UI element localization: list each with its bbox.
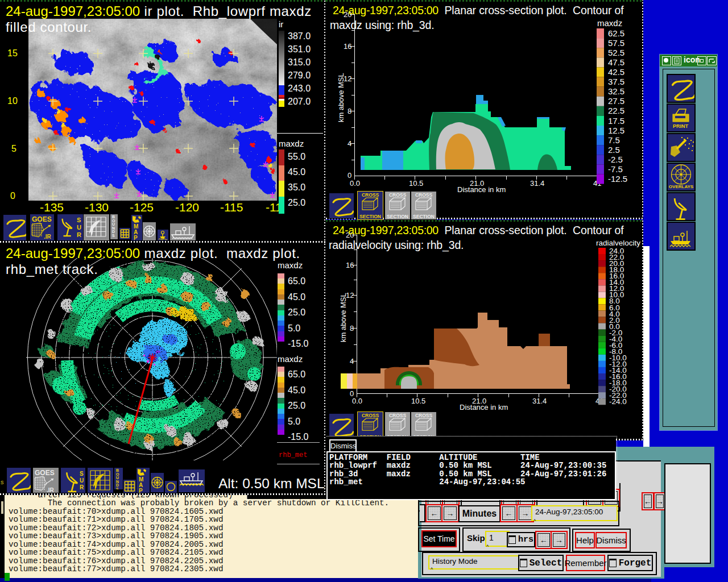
svg-text:Distance in km: Distance in km [460, 403, 508, 411]
svg-text:km above MSL: km above MSL [337, 73, 345, 122]
svg-text:-24.0: -24.0 [609, 397, 627, 406]
svg-text:8: 8 [348, 107, 351, 115]
svg-text:10.5: 10.5 [411, 397, 425, 405]
svg-text:42.5: 42.5 [608, 67, 624, 77]
svg-text:16: 16 [346, 261, 354, 269]
svg-text:maxdz: maxdz [597, 18, 622, 28]
svg-text:P: P [134, 235, 138, 240]
svg-text:U: U [77, 224, 81, 231]
svg-text:U: U [80, 477, 84, 484]
svg-text:-2.5: -2.5 [608, 155, 623, 164]
svg-text:62.5: 62.5 [608, 28, 624, 38]
svg-text:27.5: 27.5 [608, 96, 624, 106]
svg-text:2.5: 2.5 [608, 145, 620, 155]
svg-text:7.5: 7.5 [608, 135, 620, 145]
svg-text:10.5: 10.5 [409, 179, 423, 188]
svg-text:22.5: 22.5 [608, 106, 624, 115]
svg-text:.IR: .IR [44, 234, 52, 240]
svg-text:km above MSL: km above MSL [339, 293, 348, 342]
svg-text:4: 4 [350, 357, 354, 365]
svg-text:S: S [112, 234, 115, 238]
svg-text:S: S [80, 471, 84, 477]
svg-text:S: S [77, 217, 81, 223]
svg-text:12.5: 12.5 [608, 126, 624, 135]
svg-text:radialvelocity: radialvelocity [596, 239, 640, 247]
svg-text:-12.5: -12.5 [608, 174, 627, 184]
svg-text:R: R [77, 231, 81, 238]
svg-text:0: 0 [348, 171, 351, 180]
svg-text:37.5: 37.5 [608, 77, 624, 86]
svg-text:-7.5: -7.5 [608, 164, 623, 174]
svg-text:GOES: GOES [35, 469, 55, 477]
svg-text:S: S [116, 487, 119, 489]
svg-text:P: P [139, 488, 143, 493]
svg-text:8: 8 [350, 324, 354, 332]
svg-text:57.5: 57.5 [608, 38, 624, 48]
svg-text:32.5: 32.5 [608, 86, 624, 96]
svg-text:52.5: 52.5 [608, 48, 624, 57]
svg-text:16: 16 [344, 42, 351, 51]
svg-text:Distance in km: Distance in km [457, 185, 506, 194]
svg-text:R: R [80, 484, 84, 490]
svg-text:4: 4 [348, 139, 351, 148]
svg-text:31.4: 31.4 [532, 397, 547, 405]
svg-text:0.0: 0.0 [350, 179, 360, 188]
svg-text:PRINT: PRINT [673, 123, 689, 129]
svg-text:17.5: 17.5 [608, 116, 624, 126]
svg-text:0.0: 0.0 [352, 397, 362, 405]
svg-text:GOES: GOES [32, 215, 52, 223]
svg-text:.IR: .IR [47, 487, 55, 493]
svg-text:31.4: 31.4 [530, 179, 544, 188]
svg-text:47.5: 47.5 [608, 57, 624, 67]
